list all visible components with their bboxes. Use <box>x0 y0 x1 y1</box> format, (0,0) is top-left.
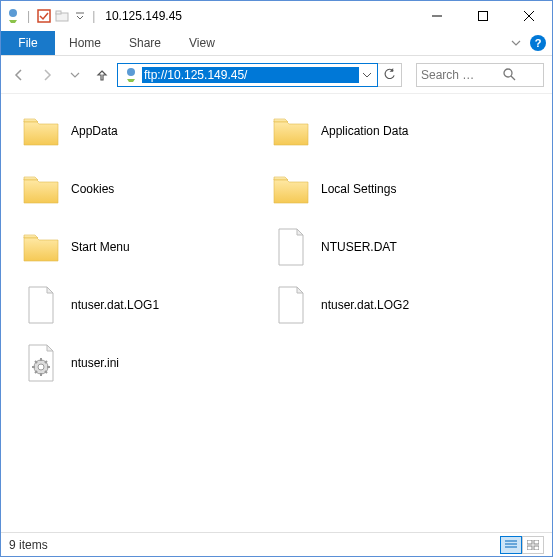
tab-view[interactable]: View <box>175 31 229 55</box>
close-button[interactable] <box>506 1 552 31</box>
title-bar: | | 10.125.149.45 <box>1 1 552 31</box>
item-label: Cookies <box>71 182 114 196</box>
ribbon: File Home Share View ? <box>1 31 552 56</box>
tab-home[interactable]: Home <box>55 31 115 55</box>
list-item[interactable]: NTUSER.DAT <box>255 220 505 274</box>
item-label: ntuser.dat.LOG1 <box>71 298 159 312</box>
item-label: ntuser.ini <box>71 356 119 370</box>
svg-point-13 <box>38 364 44 370</box>
svg-point-9 <box>127 68 135 76</box>
back-button[interactable] <box>9 65 29 85</box>
svg-rect-25 <box>527 540 532 544</box>
thumbnails-view-button[interactable] <box>522 536 544 554</box>
svg-rect-28 <box>534 546 539 550</box>
forward-button[interactable] <box>37 65 57 85</box>
up-button[interactable] <box>93 66 111 84</box>
quick-access-toolbar: | <box>5 8 88 24</box>
new-folder-icon[interactable] <box>54 8 70 24</box>
svg-rect-3 <box>56 11 61 14</box>
item-label: Local Settings <box>321 182 396 196</box>
list-item[interactable]: Local Settings <box>255 162 505 216</box>
expand-ribbon-icon[interactable] <box>508 35 524 51</box>
svg-line-18 <box>35 361 37 363</box>
item-label: AppData <box>71 124 118 138</box>
svg-rect-6 <box>479 12 488 21</box>
search-input[interactable]: Search 10.125.14… <box>416 63 544 87</box>
svg-line-19 <box>45 371 47 373</box>
folder-icon <box>269 109 313 153</box>
folder-icon <box>19 225 63 269</box>
file-icon <box>269 225 313 269</box>
folder-icon <box>19 167 63 211</box>
list-item[interactable]: ntuser.ini <box>5 336 255 390</box>
tab-share[interactable]: Share <box>115 31 175 55</box>
app-icon <box>5 8 21 24</box>
properties-icon[interactable] <box>36 8 52 24</box>
file-icon <box>269 283 313 327</box>
svg-line-20 <box>45 361 47 363</box>
window-title: 10.125.149.45 <box>105 9 182 23</box>
navigation-bar: ftp://10.125.149.45/ Search 10.125.14… <box>1 56 552 94</box>
location-icon <box>123 67 139 83</box>
view-toggle <box>500 536 544 554</box>
folder-icon <box>19 109 63 153</box>
address-bar[interactable]: ftp://10.125.149.45/ <box>117 63 378 87</box>
search-placeholder: Search 10.125.14… <box>421 68 480 82</box>
item-label: Start Menu <box>71 240 130 254</box>
address-text[interactable]: ftp://10.125.149.45/ <box>142 67 359 83</box>
separator: | <box>27 9 30 23</box>
svg-rect-27 <box>527 546 532 550</box>
list-item[interactable]: Cookies <box>5 162 255 216</box>
refresh-button[interactable] <box>378 63 402 87</box>
status-text: 9 items <box>9 538 48 552</box>
recent-locations-icon[interactable] <box>65 65 85 85</box>
svg-line-7 <box>524 11 534 21</box>
item-label: NTUSER.DAT <box>321 240 397 254</box>
minimize-button[interactable] <box>414 1 460 31</box>
list-item[interactable]: ntuser.dat.LOG2 <box>255 278 505 332</box>
address-dropdown-icon[interactable] <box>359 70 375 80</box>
svg-rect-26 <box>534 540 539 544</box>
list-item[interactable]: ntuser.dat.LOG1 <box>5 278 255 332</box>
list-item[interactable]: Application Data <box>255 104 505 158</box>
svg-rect-1 <box>38 10 50 22</box>
svg-line-11 <box>511 76 515 80</box>
file-icon <box>19 341 63 385</box>
list-item[interactable]: Start Menu <box>5 220 255 274</box>
file-icon <box>19 283 63 327</box>
list-item[interactable]: AppData <box>5 104 255 158</box>
help-icon[interactable]: ? <box>530 35 546 51</box>
svg-point-10 <box>504 69 512 77</box>
file-tab[interactable]: File <box>1 31 55 55</box>
maximize-button[interactable] <box>460 1 506 31</box>
qat-dropdown-icon[interactable] <box>72 8 88 24</box>
separator: | <box>92 9 95 23</box>
svg-line-8 <box>524 11 534 21</box>
folder-icon <box>269 167 313 211</box>
svg-line-21 <box>35 371 37 373</box>
window-controls <box>414 1 552 31</box>
item-label: Application Data <box>321 124 408 138</box>
content-area[interactable]: AppDataApplication DataCookiesLocal Sett… <box>1 94 552 532</box>
search-icon <box>480 68 539 82</box>
status-bar: 9 items <box>1 532 552 556</box>
item-label: ntuser.dat.LOG2 <box>321 298 409 312</box>
details-view-button[interactable] <box>500 536 522 554</box>
svg-point-0 <box>9 9 17 17</box>
